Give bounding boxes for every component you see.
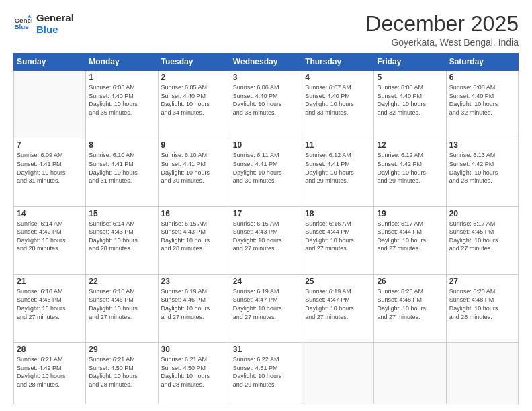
day-number: 13 [449,140,515,150]
header: General Blue General Blue December 2025 … [13,12,519,48]
day-info: Sunrise: 6:06 AM Sunset: 4:40 PM Dayligh… [233,83,299,117]
table-cell: 21Sunrise: 6:18 AM Sunset: 4:45 PM Dayli… [14,274,86,342]
day-info: Sunrise: 6:19 AM Sunset: 4:47 PM Dayligh… [233,287,299,321]
day-info: Sunrise: 6:19 AM Sunset: 4:47 PM Dayligh… [305,287,371,321]
table-cell: 29Sunrise: 6:21 AM Sunset: 4:50 PM Dayli… [86,342,158,404]
day-info: Sunrise: 6:19 AM Sunset: 4:46 PM Dayligh… [161,287,227,321]
table-cell: 11Sunrise: 6:12 AM Sunset: 4:41 PM Dayli… [302,138,374,206]
day-number: 15 [89,209,154,218]
table-cell: 2Sunrise: 6:05 AM Sunset: 4:40 PM Daylig… [158,71,230,138]
day-number: 14 [17,209,83,218]
table-cell: 20Sunrise: 6:17 AM Sunset: 4:45 PM Dayli… [446,206,518,274]
day-info: Sunrise: 6:10 AM Sunset: 4:41 PM Dayligh… [89,151,154,185]
table-cell: 4Sunrise: 6:07 AM Sunset: 4:40 PM Daylig… [302,71,374,138]
week-row-4: 21Sunrise: 6:18 AM Sunset: 4:45 PM Dayli… [14,274,519,342]
day-info: Sunrise: 6:15 AM Sunset: 4:43 PM Dayligh… [161,220,227,253]
week-row-2: 7Sunrise: 6:09 AM Sunset: 4:41 PM Daylig… [14,138,519,206]
day-number: 21 [17,277,83,286]
header-monday: Monday [86,54,158,71]
day-info: Sunrise: 6:08 AM Sunset: 4:40 PM Dayligh… [377,83,443,117]
day-info: Sunrise: 6:17 AM Sunset: 4:44 PM Dayligh… [377,220,443,253]
day-info: Sunrise: 6:20 AM Sunset: 4:48 PM Dayligh… [377,287,443,321]
day-info: Sunrise: 6:11 AM Sunset: 4:41 PM Dayligh… [233,151,299,185]
day-info: Sunrise: 6:21 AM Sunset: 4:50 PM Dayligh… [89,355,154,389]
day-number: 27 [449,277,515,286]
table-cell: 8Sunrise: 6:10 AM Sunset: 4:41 PM Daylig… [86,138,158,206]
day-info: Sunrise: 6:14 AM Sunset: 4:42 PM Dayligh… [17,220,83,253]
day-info: Sunrise: 6:12 AM Sunset: 4:41 PM Dayligh… [305,151,371,185]
table-cell: 18Sunrise: 6:16 AM Sunset: 4:44 PM Dayli… [302,206,374,274]
month-title: December 2025 [365,12,519,36]
table-cell: 15Sunrise: 6:14 AM Sunset: 4:43 PM Dayli… [86,206,158,274]
day-number: 8 [89,140,154,150]
table-cell: 22Sunrise: 6:18 AM Sunset: 4:46 PM Dayli… [86,274,158,342]
table-cell: 1Sunrise: 6:05 AM Sunset: 4:40 PM Daylig… [86,71,158,138]
calendar-table: Sunday Monday Tuesday Wednesday Thursday… [13,53,519,404]
table-cell: 9Sunrise: 6:10 AM Sunset: 4:41 PM Daylig… [158,138,230,206]
table-cell: 5Sunrise: 6:08 AM Sunset: 4:40 PM Daylig… [374,71,446,138]
title-block: December 2025 Goyerkata, West Bengal, In… [365,12,519,48]
day-number: 25 [305,277,371,286]
day-info: Sunrise: 6:17 AM Sunset: 4:45 PM Dayligh… [449,220,515,253]
day-info: Sunrise: 6:21 AM Sunset: 4:49 PM Dayligh… [17,355,83,389]
table-cell [446,342,518,404]
table-cell: 3Sunrise: 6:06 AM Sunset: 4:40 PM Daylig… [230,71,302,138]
logo-icon: General Blue [13,14,32,33]
table-cell: 17Sunrise: 6:15 AM Sunset: 4:43 PM Dayli… [230,206,302,274]
day-info: Sunrise: 6:18 AM Sunset: 4:46 PM Dayligh… [89,287,154,321]
day-info: Sunrise: 6:05 AM Sunset: 4:40 PM Dayligh… [161,83,227,117]
header-friday: Friday [374,54,446,71]
day-number: 18 [305,209,371,218]
day-number: 9 [161,140,227,150]
table-cell: 26Sunrise: 6:20 AM Sunset: 4:48 PM Dayli… [374,274,446,342]
week-row-1: 1Sunrise: 6:05 AM Sunset: 4:40 PM Daylig… [14,71,519,138]
day-number: 30 [161,345,227,354]
table-cell: 14Sunrise: 6:14 AM Sunset: 4:42 PM Dayli… [14,206,86,274]
table-cell: 27Sunrise: 6:20 AM Sunset: 4:48 PM Dayli… [446,274,518,342]
day-number: 2 [161,73,227,82]
day-info: Sunrise: 6:21 AM Sunset: 4:50 PM Dayligh… [161,355,227,389]
day-number: 17 [233,209,299,218]
table-cell [14,71,86,138]
week-row-5: 28Sunrise: 6:21 AM Sunset: 4:49 PM Dayli… [14,342,519,404]
day-info: Sunrise: 6:18 AM Sunset: 4:45 PM Dayligh… [17,287,83,321]
day-info: Sunrise: 6:10 AM Sunset: 4:41 PM Dayligh… [161,151,227,185]
table-cell: 13Sunrise: 6:13 AM Sunset: 4:42 PM Dayli… [446,138,518,206]
table-cell: 16Sunrise: 6:15 AM Sunset: 4:43 PM Dayli… [158,206,230,274]
day-number: 31 [233,345,299,354]
table-cell: 31Sunrise: 6:22 AM Sunset: 4:51 PM Dayli… [230,342,302,404]
table-cell: 7Sunrise: 6:09 AM Sunset: 4:41 PM Daylig… [14,138,86,206]
table-cell: 25Sunrise: 6:19 AM Sunset: 4:47 PM Dayli… [302,274,374,342]
day-info: Sunrise: 6:08 AM Sunset: 4:40 PM Dayligh… [449,83,515,117]
day-number: 22 [89,277,154,286]
day-number: 12 [377,140,443,150]
day-number: 23 [161,277,227,286]
week-row-3: 14Sunrise: 6:14 AM Sunset: 4:42 PM Dayli… [14,206,519,274]
day-number: 6 [449,73,515,82]
table-cell [374,342,446,404]
day-info: Sunrise: 6:12 AM Sunset: 4:42 PM Dayligh… [377,151,443,185]
day-info: Sunrise: 6:07 AM Sunset: 4:40 PM Dayligh… [305,83,371,117]
day-info: Sunrise: 6:22 AM Sunset: 4:51 PM Dayligh… [233,355,299,389]
logo-line2: Blue [36,24,74,35]
day-number: 24 [233,277,299,286]
day-number: 28 [17,345,83,354]
day-info: Sunrise: 6:14 AM Sunset: 4:43 PM Dayligh… [89,220,154,253]
day-number: 29 [89,345,154,354]
weekday-header-row: Sunday Monday Tuesday Wednesday Thursday… [14,54,519,71]
table-cell: 24Sunrise: 6:19 AM Sunset: 4:47 PM Dayli… [230,274,302,342]
header-wednesday: Wednesday [230,54,302,71]
table-cell: 19Sunrise: 6:17 AM Sunset: 4:44 PM Dayli… [374,206,446,274]
day-number: 4 [305,73,371,82]
day-number: 26 [377,277,443,286]
day-number: 20 [449,209,515,218]
day-info: Sunrise: 6:20 AM Sunset: 4:48 PM Dayligh… [449,287,515,321]
day-info: Sunrise: 6:16 AM Sunset: 4:44 PM Dayligh… [305,220,371,253]
header-sunday: Sunday [14,54,86,71]
day-info: Sunrise: 6:15 AM Sunset: 4:43 PM Dayligh… [233,220,299,253]
day-number: 7 [17,140,83,150]
table-cell: 28Sunrise: 6:21 AM Sunset: 4:49 PM Dayli… [14,342,86,404]
day-number: 3 [233,73,299,82]
day-info: Sunrise: 6:09 AM Sunset: 4:41 PM Dayligh… [17,151,83,185]
day-number: 19 [377,209,443,218]
